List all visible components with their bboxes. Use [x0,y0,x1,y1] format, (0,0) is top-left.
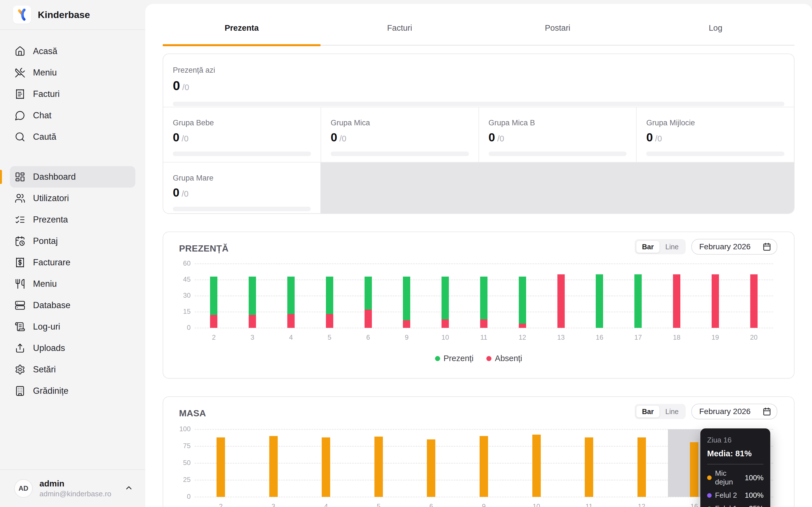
sidebar-item-dashboard[interactable]: Dashboard [10,166,135,187]
chart-slot[interactable]: 10 [510,429,563,497]
sidebar-item-facturare[interactable]: Facturare [10,252,135,273]
x-axis-label: 11 [465,334,503,341]
bar[interactable] [216,438,225,497]
sidebar-item-label: Pontaj [33,236,58,246]
chart-slot[interactable]: 2 [195,429,247,497]
chart-slot[interactable]: 9 [388,264,426,328]
bar[interactable] [210,277,217,328]
chart-slot[interactable]: 11 [465,264,503,328]
bar-segment [249,277,256,315]
sidebar-item-chat[interactable]: Chat [10,105,135,126]
sidebar-item-facturi[interactable]: Facturi [10,83,135,105]
bar[interactable] [519,277,526,328]
tooltip-label: Felul 1 [715,504,737,507]
bar[interactable] [673,274,680,328]
chart-slot[interactable]: 10 [426,264,465,328]
bar[interactable] [750,274,758,328]
sidebar-item-prezenta[interactable]: Prezenta [10,209,135,230]
bar[interactable] [585,438,593,497]
chart-slot[interactable]: 12 [503,264,542,328]
chart-slot[interactable]: 5 [310,264,349,328]
tab-prezenta[interactable]: Prezenta [163,4,320,45]
chart-slot[interactable]: 6 [349,264,388,328]
user-name: admin [40,479,111,489]
chart-slot[interactable]: 16 [580,264,619,328]
tooltip-title: Ziua 16 [707,436,763,445]
month-picker[interactable]: February 2026 [691,404,777,419]
bar[interactable] [690,442,698,497]
chart-slot[interactable]: 6 [405,429,458,497]
chart-slot[interactable]: 20 [734,264,773,328]
bar[interactable] [287,277,295,328]
chart-slot[interactable]: 4 [272,264,310,328]
sidebar-item-loguri[interactable]: Log-uri [10,316,135,337]
chart-slot[interactable]: 9 [458,429,510,497]
sidebar-item-meniu-2[interactable]: Meniu [10,273,135,295]
sidebar-item-gradinite[interactable]: Grădinițe [10,380,135,402]
tab-postari[interactable]: Postari [479,4,637,45]
chevron-up-icon[interactable] [124,483,133,494]
bar[interactable] [480,277,488,328]
avatar: AD [14,479,33,498]
toggle-bar-button[interactable]: Bar [636,240,660,253]
chart-slot[interactable]: 18 [658,264,696,328]
chart-slot[interactable]: 3 [233,264,272,328]
bar[interactable] [269,436,278,497]
sidebar-item-cauta[interactable]: Caută [10,126,135,148]
bar[interactable] [479,436,488,497]
bar[interactable] [249,277,256,328]
user-menu[interactable]: AD admin admin@kinderbase.ro [0,469,145,507]
sidebar-item-uploads[interactable]: Uploads [10,337,135,359]
chart-slot[interactable]: 19 [696,264,734,328]
chart-slot[interactable]: 11 [563,429,615,497]
sidebar: Kinderbase Acasă Meniu Facturi Chat Caut… [0,0,145,507]
bar[interactable] [364,277,372,328]
bar[interactable] [427,439,435,497]
bar[interactable] [403,277,410,328]
bar[interactable] [442,277,449,328]
bar[interactable] [712,274,719,328]
chart-slot[interactable]: 17 [619,264,658,328]
legend-dot-green [435,356,440,361]
bar-segment [585,438,593,497]
month-picker[interactable]: February 2026 [691,239,777,255]
sidebar-item-setari[interactable]: Setări [10,359,135,380]
sidebar-item-database[interactable]: Database [10,295,135,316]
bar[interactable] [326,277,333,328]
chart-slot[interactable]: 2 [195,264,233,328]
chart-slot[interactable]: 3 [247,429,300,497]
bar[interactable] [596,274,603,328]
x-axis-label: 2 [195,334,233,341]
x-axis-label: 10 [426,334,465,341]
chart-slot[interactable]: 12 [615,429,668,497]
sidebar-item-acasa[interactable]: Acasă [10,41,135,62]
chart-slot[interactable]: 4 [300,429,352,497]
sidebar-item-pontaj[interactable]: Pontaj [10,230,135,252]
chart-slot[interactable]: 5 [352,429,405,497]
sidebar-item-utilizatori[interactable]: Utilizatori [10,187,135,209]
tab-log[interactable]: Log [637,4,795,45]
presence-chart-card: PREZENȚĂ Bar Line February 2026 60453015… [163,231,795,379]
x-axis-label: 6 [349,334,388,341]
utensils-crossed-icon [15,67,26,78]
bar[interactable] [322,438,330,497]
sidebar-item-meniu[interactable]: Meniu [10,62,135,83]
toggle-line-button[interactable]: Line [660,240,684,253]
bar[interactable] [635,274,642,328]
chart-slot[interactable]: 13 [542,264,580,328]
bar-segment [673,274,680,328]
group-card-bebe: Grupa Bebe 0/0 [163,107,321,162]
bar[interactable] [557,274,565,328]
bar-segment [216,438,225,497]
bar[interactable] [532,435,541,497]
group-card-mica: Grupa Mica 0/0 [321,107,479,162]
tab-facturi[interactable]: Facturi [320,4,478,45]
toggle-line-button[interactable]: Line [660,405,684,418]
bar[interactable] [638,438,646,497]
nav-primary: Acasă Meniu Facturi Chat Caută [0,41,145,148]
gear-icon [15,364,26,375]
toggle-bar-button[interactable]: Bar [636,405,660,418]
legend-label: Absenți [495,354,522,363]
bar[interactable] [374,437,383,497]
tooltip-value: 100% [745,473,764,482]
